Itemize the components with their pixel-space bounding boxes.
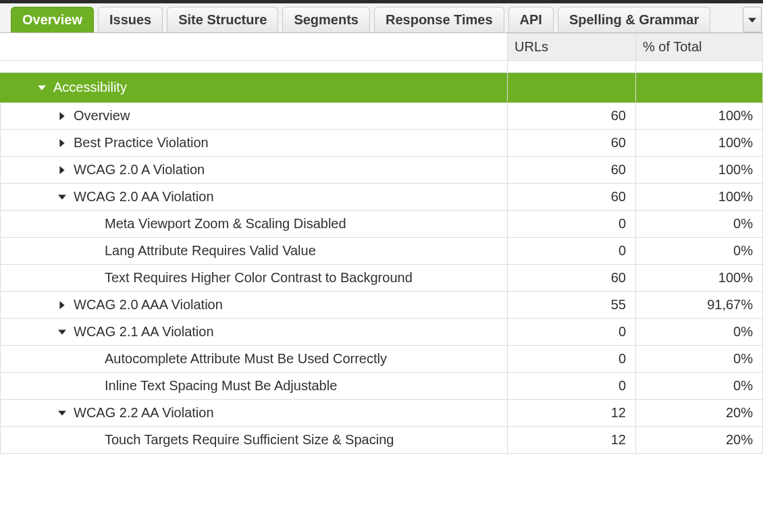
row-urls-cell: 0 — [508, 346, 636, 373]
row-pct-cell: 100% — [636, 130, 763, 157]
table-row[interactable]: Meta Viewport Zoom & Scaling Disabled00% — [1, 211, 763, 238]
caret-none — [88, 354, 98, 364]
tab-label: Site Structure — [178, 12, 267, 28]
table-row[interactable]: Overview60100% — [1, 103, 763, 130]
table-row[interactable]: Touch Targets Require Sufficient Size & … — [1, 427, 763, 454]
row-label: Touch Targets Require Sufficient Size & … — [105, 432, 394, 448]
tab-segments[interactable]: Segments — [282, 7, 370, 32]
table-row[interactable]: Autocomplete Attribute Must Be Used Corr… — [1, 346, 763, 373]
row-label: WCAG 2.1 AA Violation — [74, 324, 214, 340]
row-pct-cell: 100% — [636, 265, 763, 292]
tab-label: Segments — [294, 12, 359, 28]
row-urls-cell: 60 — [508, 265, 636, 292]
tab-label: API — [520, 12, 542, 28]
app-root: OverviewIssuesSite StructureSegmentsResp… — [0, 0, 763, 532]
caret-down-icon — [57, 192, 67, 202]
table-row[interactable]: Inline Text Spacing Must Be Adjustable00… — [1, 373, 763, 400]
table-row[interactable]: WCAG 2.0 AAA Violation5591,67% — [1, 292, 763, 319]
table-header-row: URLs % of Total — [1, 34, 763, 61]
table-body: Accessibility Overview60100%Best Practic… — [1, 61, 763, 454]
table-row[interactable]: WCAG 2.0 AA Violation60100% — [1, 184, 763, 211]
caret-right-icon — [57, 165, 67, 175]
tab-label: Issues — [109, 12, 151, 28]
group-label: Accessibility — [53, 80, 127, 95]
table-spacer-row — [1, 61, 763, 73]
row-pct-cell: 100% — [636, 103, 763, 130]
row-urls-cell: 12 — [508, 400, 636, 427]
row-urls-cell: 0 — [508, 238, 636, 265]
table-header-urls[interactable]: URLs — [508, 34, 636, 61]
caret-right-icon — [57, 138, 67, 148]
row-urls-cell: 60 — [508, 130, 636, 157]
table-header-pct[interactable]: % of Total — [636, 34, 763, 61]
row-label: Best Practice Violation — [74, 135, 209, 151]
row-pct-cell: 0% — [636, 346, 763, 373]
row-pct-cell: 20% — [636, 427, 763, 454]
caret-none — [88, 246, 98, 256]
results-table: URLs % of Total Accessibility — [0, 33, 763, 454]
caret-down-icon — [57, 327, 67, 337]
row-label: Overview — [74, 108, 130, 124]
tab-site-structure[interactable]: Site Structure — [167, 7, 278, 32]
tab-label: Spelling & Grammar — [569, 12, 699, 28]
tab-overview[interactable]: Overview — [11, 7, 94, 32]
row-label: WCAG 2.0 AAA Violation — [74, 297, 223, 313]
table-header-empty — [1, 34, 508, 61]
row-urls-cell: 0 — [508, 211, 636, 238]
tab-api[interactable]: API — [508, 7, 554, 32]
row-label: WCAG 2.0 A Violation — [74, 162, 205, 178]
caret-none — [88, 219, 98, 229]
row-label: WCAG 2.2 AA Violation — [74, 405, 214, 421]
row-urls-cell: 60 — [508, 103, 636, 130]
group-row-accessibility[interactable]: Accessibility — [1, 73, 763, 103]
caret-down-icon — [57, 408, 67, 418]
table-row[interactable]: WCAG 2.1 AA Violation00% — [1, 319, 763, 346]
table-row[interactable]: WCAG 2.2 AA Violation1220% — [1, 400, 763, 427]
table-row[interactable]: Text Requires Higher Color Contrast to B… — [1, 265, 763, 292]
row-pct-cell: 0% — [636, 238, 763, 265]
group-pct-cell — [636, 73, 763, 103]
table-row[interactable]: Best Practice Violation60100% — [1, 130, 763, 157]
row-pct-cell: 0% — [636, 373, 763, 400]
row-urls-cell: 60 — [508, 184, 636, 211]
tab-issues[interactable]: Issues — [98, 7, 163, 32]
caret-down-icon — [37, 83, 47, 92]
row-label: Meta Viewport Zoom & Scaling Disabled — [105, 216, 346, 232]
row-pct-cell: 0% — [636, 211, 763, 238]
tab-response-times[interactable]: Response Times — [374, 7, 504, 32]
table-row[interactable]: Lang Attribute Requires Valid Value00% — [1, 238, 763, 265]
row-label: Lang Attribute Requires Valid Value — [105, 243, 316, 259]
caret-none — [88, 273, 98, 283]
row-pct-cell: 20% — [636, 400, 763, 427]
caret-none — [88, 435, 98, 445]
row-label: Text Requires Higher Color Contrast to B… — [105, 270, 413, 286]
caret-right-icon — [57, 111, 67, 121]
row-label: Inline Text Spacing Must Be Adjustable — [105, 378, 337, 394]
group-urls-cell — [508, 73, 636, 103]
table-row[interactable]: WCAG 2.0 A Violation60100% — [1, 157, 763, 184]
row-urls-cell: 60 — [508, 157, 636, 184]
tabs-list: OverviewIssuesSite StructureSegmentsResp… — [0, 3, 743, 32]
tab-label: Overview — [22, 12, 82, 28]
row-label: Autocomplete Attribute Must Be Used Corr… — [105, 351, 387, 367]
tabs-bar: OverviewIssuesSite StructureSegmentsResp… — [0, 3, 763, 33]
caret-right-icon — [57, 300, 67, 310]
row-pct-cell: 100% — [636, 184, 763, 211]
caret-none — [88, 381, 98, 391]
tab-label: Response Times — [386, 12, 493, 28]
row-label: WCAG 2.0 AA Violation — [74, 189, 214, 205]
chevron-down-icon — [748, 12, 756, 28]
row-urls-cell: 55 — [508, 292, 636, 319]
row-urls-cell: 0 — [508, 319, 636, 346]
tab-spelling-grammar[interactable]: Spelling & Grammar — [558, 7, 710, 32]
row-pct-cell: 0% — [636, 319, 763, 346]
tabs-overflow-button[interactable] — [743, 7, 762, 32]
row-pct-cell: 91,67% — [636, 292, 763, 319]
row-urls-cell: 0 — [508, 373, 636, 400]
row-pct-cell: 100% — [636, 157, 763, 184]
row-urls-cell: 12 — [508, 427, 636, 454]
